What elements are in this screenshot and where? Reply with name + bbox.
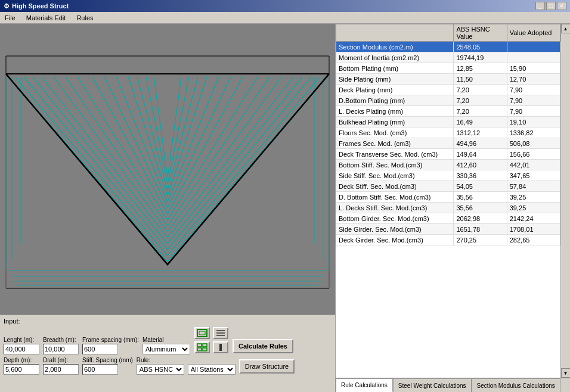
tab-steel-weight[interactable]: Steel Weight Calculations — [393, 378, 472, 392]
title-bar: ⚙ High Speed Struct _ □ ✕ — [0, 0, 570, 12]
svg-rect-24 — [203, 348, 207, 351]
row-label: Frames Sec. Mod. (cm3) — [336, 138, 454, 149]
material-label: Material — [142, 337, 190, 343]
rule-select[interactable]: ABS HSNC — [137, 364, 184, 375]
row-adopted-value: 15,90 — [507, 63, 560, 74]
row-label: Side Plating (mm) — [336, 74, 454, 85]
row-adopted-value: 39,25 — [507, 203, 560, 213]
draft-input[interactable] — [43, 364, 79, 375]
grid-view-icon[interactable] — [194, 341, 210, 353]
stiff-spacing-group: Stiff. Spacing (mm) — [82, 357, 133, 375]
tabs-bar: Rule Calculations Steel Weight Calculati… — [336, 378, 570, 392]
menu-materials-edit[interactable]: Materials Edit — [24, 14, 69, 22]
vertical-scrollbar[interactable]: ▲ ▼ — [560, 24, 570, 378]
row-adopted-value: 282,65 — [507, 235, 560, 245]
row-label: Bottom Plating (mm) — [336, 63, 454, 74]
row-adopted-value: 347,65 — [507, 170, 560, 181]
row-abs-value: 35,56 — [454, 192, 507, 203]
draw-structure-button[interactable]: Draw Structure — [239, 359, 295, 374]
depth-input[interactable] — [4, 364, 39, 375]
breadth-input[interactable] — [43, 344, 79, 354]
row-adopted-value: 7,90 — [507, 95, 560, 106]
material-group: Material Aluminium Steel — [142, 337, 190, 354]
row-label: Deck Stiff. Sec. Mod.(cm3) — [336, 181, 454, 192]
rule-label: Rule: — [137, 357, 184, 363]
stations-select[interactable]: All Stations — [188, 364, 236, 375]
tab-rule-calculations[interactable]: Rule Calculations — [336, 378, 393, 392]
row-abs-value: 35,56 — [454, 203, 507, 213]
row-adopted-value: 7,90 — [507, 85, 560, 95]
svg-rect-21 — [197, 344, 202, 347]
depth-group: Depth (m): — [4, 357, 39, 375]
draft-label: Draft (m): — [43, 357, 79, 363]
svg-rect-16 — [197, 329, 207, 337]
input-label: Input: — [4, 318, 332, 325]
row-adopted-value: 7,90 — [507, 106, 560, 117]
rule-group: Rule: ABS HSNC — [137, 357, 184, 375]
frame-spacing-label: Frame spacing (mm): — [82, 337, 139, 343]
row-label: Bulkhead Plating (mm) — [336, 117, 454, 127]
list-view-icon[interactable] — [213, 327, 228, 339]
svg-rect-17 — [199, 331, 205, 335]
draft-group: Draft (m): — [43, 357, 79, 375]
row-adopted-value: 1708,01 — [507, 224, 560, 235]
row-label: Section Modulus (cm2.m) — [336, 42, 454, 52]
material-select[interactable]: Aluminium Steel — [142, 344, 190, 354]
window-title: High Speed Struct — [12, 2, 69, 10]
row-abs-value: 412,60 — [454, 160, 507, 170]
row-label: Bottom Girder. Sec. Mod.(cm3) — [336, 213, 454, 224]
menu-bar: File Materials Edit Rules — [0, 12, 570, 24]
calculate-rules-button[interactable]: Calculate Rules — [233, 339, 293, 353]
length-input[interactable] — [4, 344, 39, 354]
row-abs-value: 12,85 — [454, 63, 507, 74]
table-wrapper: ABS HSNC Value Value Adopted Section Mod… — [336, 24, 570, 378]
row-adopted-value: 506,08 — [507, 138, 560, 149]
stiff-spacing-input[interactable] — [82, 364, 118, 375]
svg-rect-25 — [219, 344, 222, 351]
row-adopted-value: 12,70 — [507, 74, 560, 85]
row-label: Deck Transverse Sec. Mod. (cm3) — [336, 149, 454, 160]
scroll-up-button[interactable]: ▲ — [561, 24, 571, 33]
breadth-group: Breadth (m): — [43, 337, 79, 354]
row-abs-value: 19744,19 — [454, 52, 507, 63]
row-label: Floors Sec. Mod. (cm3) — [336, 127, 454, 138]
row-adopted-value — [507, 52, 560, 63]
scroll-down-button[interactable]: ▼ — [561, 368, 571, 378]
minimize-button[interactable]: _ — [535, 2, 545, 10]
row-abs-value: 1312,12 — [454, 127, 507, 138]
tab-section-modulus[interactable]: Section Modulus Calculations — [472, 378, 560, 392]
row-abs-value: 16,49 — [454, 117, 507, 127]
row-adopted-value: 57,84 — [507, 181, 560, 192]
row-abs-value: 2548,05 — [454, 42, 507, 52]
row-adopted-value: 39,25 — [507, 192, 560, 203]
main-content: Input: Lenght (m): Breadth (m): Frame sp… — [0, 24, 570, 392]
table-area[interactable]: ABS HSNC Value Value Adopted Section Mod… — [336, 24, 560, 378]
structure-drawing — [0, 24, 335, 315]
row-label: Bottom Stiff. Sec. Mod.(cm3) — [336, 160, 454, 170]
row-label: Side Girder. Sec. Mod.(cm3) — [336, 224, 454, 235]
frame-spacing-input[interactable] — [82, 344, 118, 354]
close-button[interactable]: ✕ — [557, 2, 566, 10]
right-panel: ABS HSNC Value Value Adopted Section Mod… — [335, 24, 570, 392]
row-abs-value: 270,25 — [454, 235, 507, 245]
row-adopted-value: 19,10 — [507, 117, 560, 127]
menu-file[interactable]: File — [2, 14, 18, 22]
svg-rect-0 — [0, 38, 335, 300]
canvas-area — [0, 24, 335, 315]
row-abs-value: 7,20 — [454, 106, 507, 117]
row-label: D. Bottom Stiff. Sec. Mod.(cm3) — [336, 192, 454, 203]
row-abs-value: 1651,78 — [454, 224, 507, 235]
fields-row2: Depth (m): Draft (m): Stiff. Spacing (mm… — [4, 357, 236, 375]
section-view-icon[interactable] — [194, 327, 210, 339]
row-label: Deck Plating (mm) — [336, 85, 454, 95]
maximize-button[interactable]: □ — [546, 2, 556, 10]
menu-rules[interactable]: Rules — [74, 14, 95, 22]
col-label-header — [336, 24, 454, 42]
window-controls: _ □ ✕ — [535, 2, 566, 10]
depth-label: Depth (m): — [4, 357, 39, 363]
row-abs-value: 11,50 — [454, 74, 507, 85]
bar-icon[interactable] — [213, 341, 228, 353]
length-group: Lenght (m): — [4, 337, 39, 354]
row-label: Deck Girder. Sec. Mod.(cm3) — [336, 235, 454, 245]
col-adopted-header: Value Adopted — [507, 24, 560, 42]
